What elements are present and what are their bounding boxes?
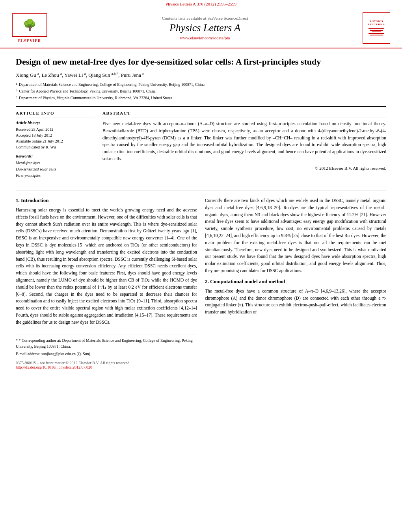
footnote-email-text: E-mail address: sunjiang@pku.edu.cn (Q. … — [16, 352, 91, 356]
affil-text-c: Department of Physics, Virginia Commonwe… — [19, 95, 172, 101]
badge-title: PHYSICS LETTERS A — [365, 20, 388, 26]
affil-text-b: Center for Applied Physics and Technolog… — [19, 88, 155, 94]
affiliations: a Department of Materials Science and En… — [16, 82, 386, 101]
sciverse-text: Contents lists available at SciVerse Sci… — [51, 16, 359, 20]
keywords-list: Metal-free dyes Dye-sensitized solar cel… — [16, 160, 95, 179]
abstract-label: ABSTRACT — [102, 111, 386, 117]
keyword-1: Dye-sensitized solar cells — [16, 166, 95, 172]
journal-center: Contents lists available at SciVerse Sci… — [51, 16, 359, 40]
section2-para: The metal-free dyes have a common struct… — [205, 288, 386, 316]
section1-title: 1. Introduction — [16, 197, 197, 204]
footnote-area: * * Corresponding author at: Department … — [16, 334, 197, 357]
authors: Xiong Gu a, Le Zhou a, Yawei Li a, Qiang… — [16, 72, 386, 78]
top-bar: Physics Letters A 376 (2012) 2595–2599 — [0, 0, 402, 8]
elsevier-logo: 🌳 ELSEVIER — [8, 13, 51, 43]
keywords-label: Keywords: — [16, 154, 95, 158]
footer-doi: http://dx.doi.org/10.1016/j.physleta.201… — [16, 365, 197, 369]
journal-url: www.elsevier.com/locate/pla — [51, 35, 359, 40]
keyword-0: Metal-free dyes — [16, 160, 95, 166]
communicated: Communicated by R. Wu — [16, 144, 95, 150]
column-right: Currently there are two kinds of dyes wh… — [205, 197, 386, 369]
badge-lines — [368, 28, 384, 36]
history-block: Article history: Received 25 April 2012 … — [16, 120, 95, 150]
journal-citation: Physics Letters A 376 (2012) 2595–2599 — [166, 2, 236, 6]
elsevier-text: ELSEVIER — [18, 39, 41, 43]
logo-box: 🌳 — [12, 13, 47, 37]
badge-line — [372, 32, 381, 32]
article-info-abstract: ARTICLE INFO Article history: Received 2… — [16, 106, 386, 183]
journal-title: Physics Letters A — [51, 22, 359, 34]
abstract-text: Five new metal-free dyes with acceptor–π… — [102, 120, 386, 163]
section-divider — [16, 191, 386, 191]
affil-item-c: c Department of Physics, Virginia Common… — [16, 95, 386, 101]
history-label: Article history: — [16, 120, 95, 125]
copyright-footer: 0375-9601/$ – see front matter © 2012 El… — [16, 361, 197, 369]
footer-copyright: 0375-9601/$ – see front matter © 2012 El… — [16, 361, 197, 365]
section2-title: 2. Computational model and method — [205, 278, 386, 285]
journal-right: PHYSICS LETTERS A — [359, 12, 394, 44]
column-left: 1. Introduction Harnessing solar energy … — [16, 197, 197, 369]
article-info: ARTICLE INFO Article history: Received 2… — [16, 111, 95, 183]
footnote-star-text: * Corresponding author at: Department of… — [16, 338, 193, 348]
badge-line — [370, 35, 383, 35]
article-content: Design of new metal-free dyes for dye-se… — [0, 48, 402, 377]
affil-item-a: a Department of Materials Science and En… — [16, 82, 386, 87]
available: Available online 21 July 2012 — [16, 138, 95, 144]
article-title: Design of new metal-free dyes for dye-se… — [16, 56, 386, 68]
received: Received 25 April 2012 — [16, 126, 95, 132]
section1-para2: Currently there are two kinds of dyes wh… — [205, 197, 386, 274]
section1-para1: Harnessing solar energy is essential to … — [16, 207, 197, 326]
badge-line — [368, 33, 384, 34]
main-body: 1. Introduction Harnessing solar energy … — [16, 197, 386, 369]
tree-icon: 🌳 — [23, 19, 37, 32]
badge-line — [368, 28, 384, 29]
keyword-2: First-principles — [16, 172, 95, 179]
accepted: Accepted 18 July 2012 — [16, 132, 95, 138]
article-info-label: ARTICLE INFO — [16, 111, 95, 117]
journal-header: 🌳 ELSEVIER Contents lists available at S… — [0, 8, 402, 48]
affil-item-b: b Center for Applied Physics and Technol… — [16, 88, 386, 94]
affil-text-a: Department of Materials Science and Engi… — [19, 82, 205, 87]
journal-badge: PHYSICS LETTERS A — [363, 12, 390, 44]
abstract-copyright: © 2012 Elsevier B.V. All rights reserved… — [102, 166, 386, 171]
footnote-email: E-mail address: sunjiang@pku.edu.cn (Q. … — [16, 351, 197, 357]
footnote-star: * * Corresponding author at: Department … — [16, 337, 197, 349]
keywords-block: Keywords: Metal-free dyes Dye-sensitized… — [16, 154, 95, 179]
badge-line — [370, 30, 383, 31]
abstract: ABSTRACT Five new metal-free dyes with a… — [102, 111, 386, 183]
